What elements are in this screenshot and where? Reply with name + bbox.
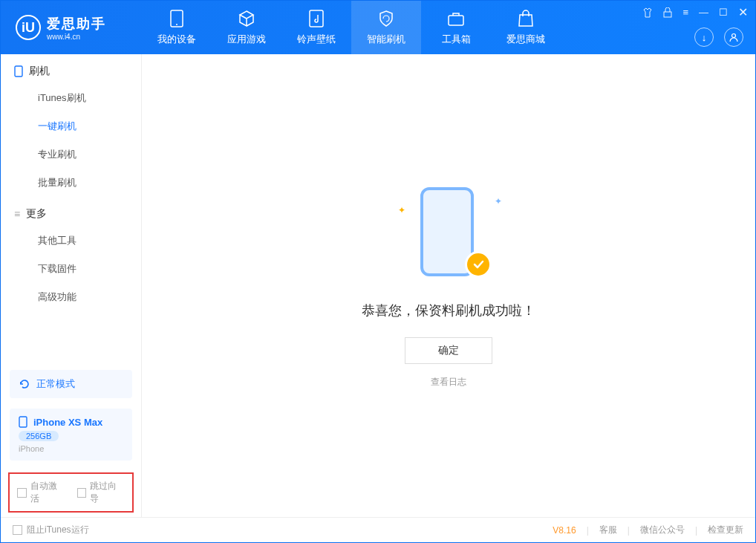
lock-icon[interactable] (663, 7, 672, 18)
main-content: ✦ ✦ 恭喜您，保资料刷机成功啦！ 确定 查看日志 (142, 54, 755, 517)
sidebar-section-flash: 刷机 (1, 54, 141, 84)
logo-text: 爱思助手 www.i4.cn (47, 15, 106, 41)
footer-link-wechat[interactable]: 微信公众号 (640, 524, 685, 536)
close-button[interactable]: ✕ (738, 5, 748, 19)
checkbox-icon (17, 488, 27, 498)
sidebar-item-advanced[interactable]: 高级功能 (1, 283, 141, 311)
device-name-row: iPhone XS Max (19, 416, 123, 428)
nav-tab-ringtone[interactable]: 铃声壁纸 (281, 1, 351, 54)
user-icon[interactable] (724, 27, 743, 47)
svg-rect-4 (664, 12, 671, 17)
device-name: iPhone XS Max (33, 417, 102, 428)
skip-guide-checkbox[interactable]: 跳过向导 (77, 480, 126, 505)
cube-icon (237, 9, 256, 28)
nav-label: 应用游戏 (227, 33, 266, 46)
minimize-button[interactable]: — (699, 7, 708, 18)
bag-icon (516, 9, 535, 28)
checkbox-icon (77, 488, 87, 498)
shield-refresh-icon (377, 9, 396, 28)
menu-icon[interactable]: ≡ (682, 7, 688, 18)
body-area: 刷机 iTunes刷机 一键刷机 专业刷机 批量刷机 ≡ 更多 其他工具 下载固… (1, 54, 755, 517)
app-title: 爱思助手 (47, 15, 106, 33)
sidebar: 刷机 iTunes刷机 一键刷机 专业刷机 批量刷机 ≡ 更多 其他工具 下载固… (1, 54, 142, 517)
music-file-icon (307, 9, 326, 28)
list-icon: ≡ (14, 208, 20, 220)
footer: 阻止iTunes运行 V8.16 | 客服 | 微信公众号 | 检查更新 (1, 517, 755, 542)
view-log-link[interactable]: 查看日志 (431, 376, 466, 388)
window-controls: ≡ — ☐ ✕ (642, 5, 748, 19)
options-row: 自动激活 跳过向导 (8, 472, 134, 513)
logo-area: iU 爱思助手 www.i4.cn (1, 15, 142, 41)
nav-label: 智能刷机 (367, 33, 405, 46)
checkbox-label: 自动激活 (30, 480, 65, 505)
device-mode-card[interactable]: 正常模式 (10, 370, 132, 398)
sidebar-item-one-click-flash[interactable]: 一键刷机 (1, 112, 141, 140)
auto-activate-checkbox[interactable]: 自动激活 (17, 480, 65, 505)
device-storage-badge: 256GB (19, 431, 59, 441)
success-illustration: ✦ ✦ (397, 183, 501, 287)
svg-rect-6 (15, 66, 22, 77)
svg-rect-3 (449, 16, 463, 25)
nav-tabs: 我的设备 应用游戏 铃声壁纸 智能刷机 工具箱 爱思商城 (142, 1, 561, 54)
app-logo-icon: iU (16, 15, 41, 40)
download-icon[interactable]: ↓ (694, 27, 714, 47)
sidebar-section-more: ≡ 更多 (1, 197, 141, 227)
nav-label: 工具箱 (442, 33, 471, 46)
section-title: 刷机 (29, 65, 50, 78)
nav-tab-toolbox[interactable]: 工具箱 (421, 1, 491, 54)
checkbox-label: 跳过向导 (90, 480, 125, 505)
nav-tab-apps[interactable]: 应用游戏 (212, 1, 281, 54)
version-label: V8.16 (553, 525, 576, 536)
phone-small-icon (14, 65, 23, 77)
device-type: iPhone (19, 444, 123, 453)
block-itunes-checkbox[interactable]: 阻止iTunes运行 (13, 524, 89, 536)
checkbox-icon (13, 525, 22, 535)
device-mode-label: 正常模式 (36, 377, 75, 391)
nav-tab-my-device[interactable]: 我的设备 (142, 1, 212, 54)
nav-label: 铃声壁纸 (297, 33, 336, 46)
sidebar-item-download-firmware[interactable]: 下载固件 (1, 255, 141, 283)
check-badge-icon (465, 251, 492, 278)
checkbox-label: 阻止iTunes运行 (27, 524, 89, 536)
phone-icon (19, 416, 27, 428)
titlebar: iU 爱思助手 www.i4.cn 我的设备 应用游戏 铃声壁纸 智能刷机 (1, 1, 755, 54)
svg-rect-7 (19, 417, 27, 427)
device-info-card[interactable]: iPhone XS Max 256GB iPhone (10, 409, 132, 461)
svg-point-1 (176, 24, 177, 25)
app-window: iU 爱思助手 www.i4.cn 我的设备 应用游戏 铃声壁纸 智能刷机 (0, 0, 756, 543)
footer-link-update[interactable]: 检查更新 (708, 524, 743, 536)
footer-link-support[interactable]: 客服 (599, 524, 617, 536)
ok-button[interactable]: 确定 (405, 337, 492, 364)
toolbox-icon (446, 9, 466, 28)
svg-point-5 (732, 34, 736, 38)
refresh-icon (19, 378, 30, 390)
footer-right: V8.16 | 客服 | 微信公众号 | 检查更新 (553, 524, 743, 536)
device-icon (167, 9, 186, 28)
maximize-button[interactable]: ☐ (719, 7, 728, 18)
section-title: 更多 (26, 207, 47, 221)
nav-label: 爱思商城 (506, 33, 545, 46)
nav-label: 我的设备 (157, 33, 196, 46)
sidebar-item-pro-flash[interactable]: 专业刷机 (1, 140, 141, 169)
sidebar-item-other-tools[interactable]: 其他工具 (1, 227, 141, 255)
sidebar-item-itunes-flash[interactable]: iTunes刷机 (1, 84, 141, 112)
shirt-icon[interactable] (642, 7, 653, 18)
sparkle-icon: ✦ (398, 205, 405, 215)
app-subtitle: www.i4.cn (47, 33, 106, 41)
nav-tab-store[interactable]: 爱思商城 (491, 1, 561, 54)
svg-rect-2 (310, 10, 323, 27)
sidebar-item-batch-flash[interactable]: 批量刷机 (1, 169, 141, 197)
header-bottom-icons: ↓ (694, 27, 743, 47)
nav-tab-flash[interactable]: 智能刷机 (351, 1, 421, 54)
sparkle-icon: ✦ (495, 196, 502, 207)
success-message: 恭喜您，保资料刷机成功啦！ (362, 302, 535, 319)
